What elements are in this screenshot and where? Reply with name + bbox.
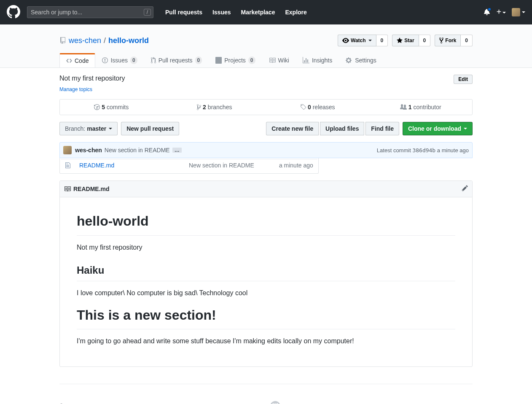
github-logo[interactable] bbox=[7, 5, 20, 20]
commits-link[interactable]: 5 commits bbox=[60, 104, 163, 110]
upload-files-button[interactable]: Upload files bbox=[320, 122, 364, 135]
avatar bbox=[512, 8, 520, 16]
watch-button[interactable]: Watch bbox=[338, 35, 376, 46]
readme-h1b: This is a new section! bbox=[77, 305, 455, 330]
commit-time-link[interactable]: a minute ago bbox=[437, 147, 469, 154]
repo-title: wes-chen / hello-world bbox=[59, 36, 149, 45]
tab-projects[interactable]: Projects 0 bbox=[209, 53, 262, 67]
commit-author-avatar[interactable] bbox=[63, 146, 72, 154]
find-file-button[interactable]: Find file bbox=[365, 122, 399, 135]
repo-pagehead: wes-chen / hello-world Watch 0 Star bbox=[0, 24, 532, 68]
slash-key-hint: / bbox=[144, 9, 151, 16]
issues-count: 0 bbox=[130, 57, 137, 64]
commit-sha-link[interactable]: 386d94b bbox=[412, 147, 435, 154]
notifications-button[interactable] bbox=[484, 8, 490, 16]
primary-nav: Pull requests Issues Marketplace Explore bbox=[160, 9, 312, 16]
repo-summary-bar: 5 commits 2 branches 0 releases 1 contri… bbox=[59, 99, 473, 115]
releases-link[interactable]: 0 releases bbox=[266, 104, 369, 110]
new-pull-request-button[interactable]: New pull request bbox=[121, 122, 179, 135]
issue-icon bbox=[102, 57, 108, 64]
nav-explore[interactable]: Explore bbox=[280, 9, 312, 16]
site-footer: © 2019 GitHub, Inc. Terms Privacy Securi… bbox=[59, 384, 473, 404]
tab-settings[interactable]: Settings bbox=[339, 53, 383, 67]
gear-icon bbox=[346, 57, 352, 64]
readme-filename: README.md bbox=[73, 186, 110, 192]
star-label: Star bbox=[404, 38, 414, 43]
pull-request-icon bbox=[151, 57, 156, 64]
file-age: a minute ago bbox=[258, 159, 317, 172]
star-button[interactable]: Star bbox=[392, 35, 419, 46]
commit-message-link[interactable]: New section in README bbox=[105, 147, 170, 154]
pencil-icon bbox=[462, 185, 468, 191]
star-icon bbox=[397, 37, 403, 44]
global-search: / bbox=[27, 6, 153, 18]
fork-button[interactable]: Fork bbox=[435, 35, 461, 46]
file-list: README.md New section in README a minute… bbox=[59, 158, 319, 174]
commit-ellipsis-button[interactable]: … bbox=[172, 148, 182, 153]
tab-issues[interactable]: Issues 0 bbox=[95, 53, 144, 67]
nav-marketplace[interactable]: Marketplace bbox=[236, 9, 280, 16]
tab-pull-requests[interactable]: Pull requests 0 bbox=[144, 53, 209, 67]
tab-wiki[interactable]: Wiki bbox=[262, 53, 296, 67]
book-icon bbox=[64, 186, 71, 192]
repo-tabs: Code Issues 0 Pull requests 0 Projects 0… bbox=[59, 53, 473, 67]
edit-readme-button[interactable] bbox=[462, 185, 468, 193]
readme-p1: Not my first repository bbox=[77, 242, 455, 253]
commit-author-link[interactable]: wes-chen bbox=[75, 147, 102, 154]
repo-owner-link[interactable]: wes-chen bbox=[69, 36, 101, 45]
tag-icon bbox=[300, 104, 306, 110]
project-icon bbox=[215, 57, 222, 64]
file-commit-message[interactable]: New section in README bbox=[189, 162, 254, 169]
eye-icon bbox=[342, 37, 349, 44]
contributors-link[interactable]: 1 contributor bbox=[369, 104, 473, 110]
branches-link[interactable]: 2 branches bbox=[163, 104, 266, 110]
file-icon bbox=[65, 162, 70, 169]
fork-count[interactable]: 0 bbox=[461, 35, 473, 46]
latest-commit-label: Latest commit bbox=[377, 147, 411, 154]
people-icon bbox=[400, 104, 407, 110]
readme-p3: I'm going to go ahead and write some stu… bbox=[77, 336, 455, 346]
repo-icon bbox=[59, 37, 66, 44]
watch-count[interactable]: 0 bbox=[376, 35, 388, 46]
projects-count: 0 bbox=[248, 57, 255, 64]
graph-icon bbox=[303, 57, 309, 64]
readme-box: README.md hello-world Not my first repos… bbox=[59, 180, 473, 367]
user-menu[interactable] bbox=[512, 8, 525, 16]
clone-download-button[interactable]: Clone or download bbox=[403, 122, 473, 135]
repo-description: Not my first repository bbox=[59, 75, 125, 82]
tab-insights[interactable]: Insights bbox=[296, 53, 339, 67]
global-header: / Pull requests Issues Marketplace Explo… bbox=[0, 0, 532, 24]
branch-icon bbox=[197, 104, 201, 110]
book-icon bbox=[269, 57, 276, 64]
create-new-file-button[interactable]: Create new file bbox=[266, 122, 319, 135]
file-row: README.md New section in README a minute… bbox=[61, 159, 317, 172]
tab-code[interactable]: Code bbox=[59, 53, 95, 67]
fork-label: Fork bbox=[445, 38, 456, 43]
readme-p2: I love computer\ No computer is big sad\… bbox=[77, 288, 455, 298]
latest-commit-bar: wes-chen New section in README … Latest … bbox=[59, 142, 473, 158]
repo-name-link[interactable]: hello-world bbox=[108, 36, 149, 45]
readme-h1: hello-world bbox=[77, 211, 455, 236]
path-separator: / bbox=[104, 36, 106, 45]
create-new-dropdown[interactable] bbox=[496, 9, 506, 16]
readme-content: hello-world Not my first repository Haik… bbox=[60, 197, 472, 366]
pr-count: 0 bbox=[195, 57, 202, 64]
nav-pull-requests[interactable]: Pull requests bbox=[160, 9, 207, 16]
file-name-link[interactable]: README.md bbox=[79, 162, 114, 169]
edit-description-button[interactable]: Edit bbox=[454, 75, 473, 84]
readme-h2: Haiku bbox=[77, 263, 455, 281]
fork-icon bbox=[439, 37, 443, 44]
manage-topics-link[interactable]: Manage topics bbox=[59, 86, 92, 92]
history-icon bbox=[94, 104, 100, 110]
code-icon bbox=[66, 57, 72, 64]
nav-issues[interactable]: Issues bbox=[207, 9, 236, 16]
star-count[interactable]: 0 bbox=[419, 35, 431, 46]
branch-select-button[interactable]: Branch: master bbox=[59, 122, 118, 135]
watch-label: Watch bbox=[351, 38, 366, 43]
notification-indicator bbox=[487, 7, 492, 11]
search-input[interactable] bbox=[27, 6, 153, 18]
github-logo-footer[interactable] bbox=[270, 401, 280, 404]
